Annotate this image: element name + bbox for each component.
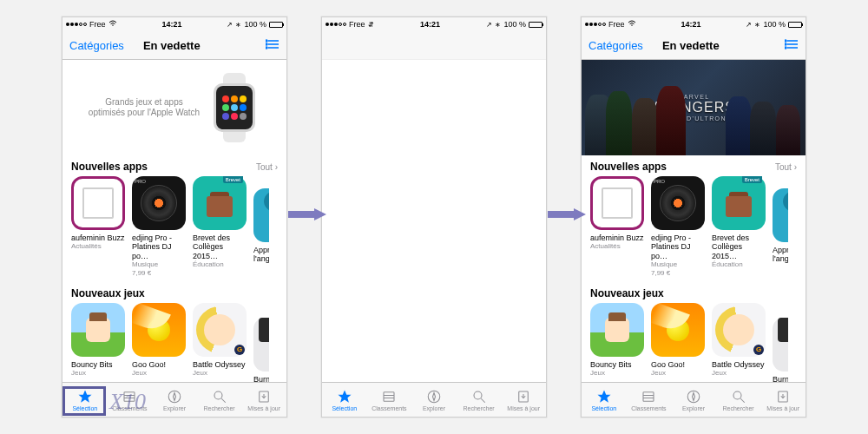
list-icon[interactable] bbox=[785, 39, 799, 52]
game-icon-battle: G bbox=[193, 303, 247, 357]
app-card[interactable]: Bouncy Bits Jeux bbox=[71, 303, 125, 382]
app-card-partial[interactable]: Appr… l'angl… bbox=[253, 176, 269, 277]
arrow-icon bbox=[288, 208, 326, 220]
app-category: Actualités bbox=[71, 242, 125, 251]
app-category: Jeux bbox=[193, 369, 247, 378]
app-name: Goo Goo! bbox=[651, 360, 705, 369]
banner-text-2: optimisés pour l'Apple Watch bbox=[89, 108, 200, 119]
tab-mises-a-jour[interactable]: Mises à jour bbox=[760, 383, 806, 417]
app-card[interactable]: G Battle Odyssey Jeux bbox=[193, 303, 247, 382]
svg-point-12 bbox=[214, 391, 222, 399]
content-area[interactable]: Grands jeux et apps optimisés pour l'App… bbox=[62, 60, 286, 382]
battery-pct: 100 % bbox=[763, 20, 786, 29]
app-icon-edjing: PRO bbox=[651, 176, 705, 230]
carrier-label: Free bbox=[89, 20, 106, 29]
tab-mises-a-jour[interactable]: Mises à jour bbox=[501, 383, 546, 417]
app-card[interactable]: Brevet Brevet des Collèges 2015… Éducati… bbox=[193, 176, 247, 277]
featured-banner-avengers[interactable]: MARVEL AVENGERS L'ÈRE D'ULTRON bbox=[582, 60, 806, 155]
page-title: En vedette bbox=[124, 39, 266, 52]
clock-label: 14:21 bbox=[117, 20, 227, 29]
app-category: Musique bbox=[132, 260, 186, 269]
app-icon-aufeminin bbox=[590, 176, 644, 230]
app-card[interactable]: G Battle Odyssey Jeux bbox=[712, 303, 766, 382]
app-name: Bouncy Bits bbox=[71, 360, 125, 369]
section-title-games: Nouveaux jeux bbox=[71, 287, 145, 299]
svg-marker-37 bbox=[692, 392, 694, 400]
tab-classements[interactable]: Classements bbox=[627, 383, 672, 417]
svg-marker-11 bbox=[173, 392, 175, 400]
back-button[interactable]: Catégories bbox=[69, 39, 124, 52]
tab-explorer[interactable]: Explorer bbox=[152, 383, 197, 417]
app-name: aufeminin Buzz bbox=[590, 233, 644, 242]
game-icon-battle: G bbox=[712, 303, 766, 357]
app-card[interactable]: Goo Goo! Jeux bbox=[651, 303, 705, 382]
app-name: Burn … bbox=[253, 375, 269, 382]
svg-line-39 bbox=[740, 398, 745, 403]
tab-rechercher[interactable]: Rechercher bbox=[457, 383, 502, 417]
svg-rect-33 bbox=[643, 391, 654, 401]
app-category: Éducation bbox=[712, 260, 766, 269]
svg-point-5 bbox=[266, 47, 267, 49]
apple-watch-icon bbox=[208, 73, 260, 142]
svg-marker-21 bbox=[432, 392, 435, 400]
phone-screenshot-2: Free ⇵ 14:21 ↗ ∗ 100 % Sélection Classem… bbox=[321, 16, 547, 418]
app-name: Brevet des Collèges 2015… bbox=[712, 233, 766, 260]
svg-point-4 bbox=[266, 43, 267, 45]
app-card[interactable]: aufeminin Buzz Actualités bbox=[590, 176, 644, 277]
tab-explorer[interactable]: Explorer bbox=[671, 383, 716, 417]
signal-dots-icon bbox=[585, 23, 606, 26]
bluetooth-icon: ∗ bbox=[235, 21, 241, 29]
app-name: edjing Pro - Platines DJ po… bbox=[132, 233, 186, 260]
location-icon: ↗ bbox=[486, 21, 492, 29]
battery-icon bbox=[529, 22, 542, 28]
app-card-partial[interactable]: Burn … bbox=[773, 303, 788, 382]
app-category: Jeux bbox=[590, 369, 644, 378]
tab-classements[interactable]: Classements bbox=[367, 383, 412, 417]
carrier-label: Free bbox=[608, 20, 625, 29]
app-card[interactable]: PRO edjing Pro - Platines DJ po… Musique… bbox=[651, 176, 705, 277]
battery-pct: 100 % bbox=[244, 20, 266, 29]
tab-mises-a-jour[interactable]: Mises à jour bbox=[241, 383, 286, 417]
featured-banner-watch[interactable]: Grands jeux et apps optimisés pour l'App… bbox=[62, 60, 286, 155]
app-card[interactable]: Brevet Brevet des Collèges 2015… Éducati… bbox=[712, 176, 766, 277]
tab-bar: Sélection Classements Explorer Recherche… bbox=[322, 382, 546, 417]
app-name: Burn … bbox=[773, 375, 788, 382]
tab-selection[interactable]: Sélection bbox=[582, 383, 627, 417]
games-carousel[interactable]: Bouncy Bits Jeux Goo Goo! Jeux G Battle … bbox=[62, 303, 286, 382]
app-card[interactable]: Bouncy Bits Jeux bbox=[590, 303, 644, 382]
app-name: Goo Goo! bbox=[132, 360, 186, 369]
svg-point-31 bbox=[785, 47, 786, 49]
app-price: 7,99 € bbox=[651, 269, 705, 277]
tab-rechercher[interactable]: Rechercher bbox=[716, 383, 761, 417]
apps-carousel[interactable]: aufeminin Buzz Actualités PRO edjing Pro… bbox=[582, 176, 806, 277]
tab-rechercher[interactable]: Rechercher bbox=[197, 383, 242, 417]
see-all-apps[interactable]: Tout › bbox=[256, 162, 278, 172]
section-title-apps: Nouvelles apps bbox=[590, 161, 667, 173]
app-name: Appr… l'angl… bbox=[253, 246, 269, 264]
app-name: aufeminin Buzz bbox=[71, 233, 125, 242]
game-icon-googoo bbox=[651, 303, 705, 357]
back-button[interactable]: Catégories bbox=[589, 39, 643, 52]
games-carousel[interactable]: Bouncy Bits Jeux Goo Goo! Jeux G Battle … bbox=[582, 303, 806, 382]
app-icon-apprendre bbox=[253, 188, 269, 242]
content-area[interactable]: MARVEL AVENGERS L'ÈRE D'ULTRON Nouvelles… bbox=[582, 60, 806, 382]
location-icon: ↗ bbox=[227, 21, 233, 29]
app-card[interactable]: aufeminin Buzz Actualités bbox=[71, 176, 125, 277]
app-card[interactable]: Goo Goo! Jeux bbox=[132, 303, 186, 382]
app-name: Bouncy Bits bbox=[590, 360, 644, 369]
svg-point-38 bbox=[733, 391, 741, 399]
annotation-x10-label: X10 bbox=[109, 389, 146, 415]
tab-selection[interactable]: Sélection bbox=[322, 383, 367, 417]
tab-bar: Sélection Classements Explorer Recherche… bbox=[582, 382, 806, 417]
see-all-apps[interactable]: Tout › bbox=[775, 162, 797, 172]
app-card[interactable]: PRO edjing Pro - Platines DJ po… Musique… bbox=[132, 176, 186, 277]
app-category: Actualités bbox=[590, 242, 644, 251]
apps-carousel[interactable]: aufeminin Buzz Actualités PRO edjing Pro… bbox=[62, 176, 286, 277]
app-card-partial[interactable]: Appr… l'angl… bbox=[773, 176, 788, 277]
list-icon[interactable] bbox=[266, 39, 279, 52]
bluetooth-icon: ∗ bbox=[754, 21, 760, 29]
app-price: 7,99 € bbox=[132, 269, 186, 277]
app-name: Battle Odyssey bbox=[712, 360, 766, 369]
app-card-partial[interactable]: Burn … bbox=[253, 303, 269, 382]
tab-explorer[interactable]: Explorer bbox=[411, 383, 457, 417]
